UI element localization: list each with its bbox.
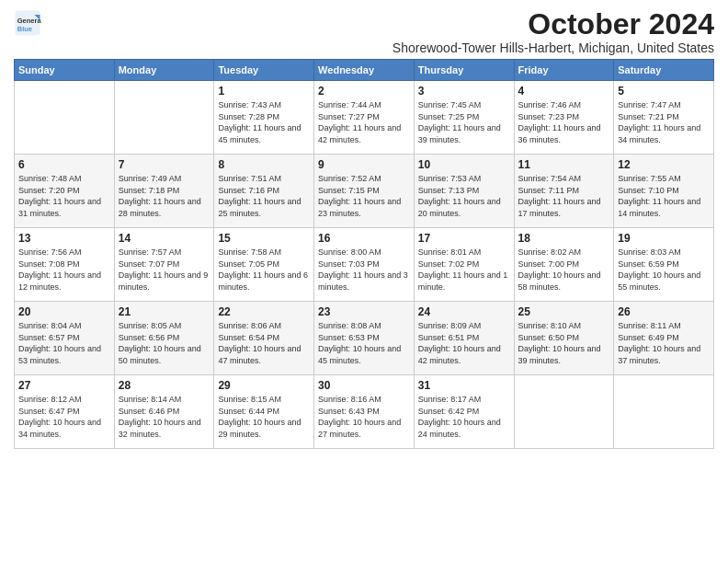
day-number: 16 — [318, 232, 410, 245]
day-info: Sunrise: 7:48 AM Sunset: 7:20 PM Dayligh… — [18, 173, 110, 219]
day-number: 13 — [18, 232, 110, 245]
day-info: Sunrise: 7:57 AM Sunset: 7:07 PM Dayligh… — [119, 247, 210, 293]
calendar-cell: 27Sunrise: 8:12 AM Sunset: 6:47 PM Dayli… — [15, 375, 115, 449]
day-info: Sunrise: 8:16 AM Sunset: 6:43 PM Dayligh… — [318, 394, 410, 440]
day-number: 25 — [518, 305, 610, 318]
day-info: Sunrise: 8:14 AM Sunset: 6:46 PM Dayligh… — [119, 394, 210, 440]
calendar-cell: 28Sunrise: 8:14 AM Sunset: 6:46 PM Dayli… — [114, 375, 214, 449]
day-info: Sunrise: 8:10 AM Sunset: 6:50 PM Dayligh… — [518, 320, 610, 366]
column-header-tuesday: Tuesday — [214, 60, 314, 81]
day-number: 30 — [318, 379, 410, 392]
day-info: Sunrise: 7:58 AM Sunset: 7:05 PM Dayligh… — [218, 247, 310, 293]
calendar-week-row: 6Sunrise: 7:48 AM Sunset: 7:20 PM Daylig… — [15, 155, 714, 228]
calendar-cell: 31Sunrise: 8:17 AM Sunset: 6:42 PM Dayli… — [414, 375, 514, 449]
day-info: Sunrise: 8:02 AM Sunset: 7:00 PM Dayligh… — [518, 247, 610, 293]
calendar-cell: 15Sunrise: 7:58 AM Sunset: 7:05 PM Dayli… — [214, 228, 314, 302]
column-header-wednesday: Wednesday — [314, 60, 415, 81]
day-number: 3 — [418, 85, 510, 98]
calendar-cell: 11Sunrise: 7:54 AM Sunset: 7:11 PM Dayli… — [514, 155, 614, 228]
day-number: 1 — [218, 85, 310, 98]
svg-text:Blue: Blue — [17, 25, 32, 33]
day-info: Sunrise: 8:05 AM Sunset: 6:56 PM Dayligh… — [119, 320, 210, 366]
day-number: 12 — [618, 158, 710, 171]
logo: General Blue — [14, 9, 41, 37]
day-info: Sunrise: 7:54 AM Sunset: 7:11 PM Dayligh… — [518, 173, 610, 219]
column-header-thursday: Thursday — [414, 60, 514, 81]
calendar-cell: 18Sunrise: 8:02 AM Sunset: 7:00 PM Dayli… — [514, 228, 614, 302]
calendar-cell — [114, 81, 214, 155]
day-number: 23 — [318, 305, 410, 318]
day-info: Sunrise: 7:52 AM Sunset: 7:15 PM Dayligh… — [318, 173, 410, 219]
calendar-week-row: 13Sunrise: 7:56 AM Sunset: 7:08 PM Dayli… — [15, 228, 714, 302]
day-number: 10 — [418, 158, 510, 171]
calendar-cell: 12Sunrise: 7:55 AM Sunset: 7:10 PM Dayli… — [614, 155, 714, 228]
day-number: 6 — [18, 158, 110, 171]
day-number: 15 — [218, 232, 310, 245]
calendar-cell: 30Sunrise: 8:16 AM Sunset: 6:43 PM Dayli… — [314, 375, 415, 449]
day-number: 11 — [518, 158, 610, 171]
calendar-cell: 2Sunrise: 7:44 AM Sunset: 7:27 PM Daylig… — [314, 81, 415, 155]
day-info: Sunrise: 7:53 AM Sunset: 7:13 PM Dayligh… — [418, 173, 510, 219]
calendar-cell: 8Sunrise: 7:51 AM Sunset: 7:16 PM Daylig… — [214, 155, 314, 228]
calendar-cell: 25Sunrise: 8:10 AM Sunset: 6:50 PM Dayli… — [514, 302, 614, 375]
day-number: 27 — [18, 379, 110, 392]
calendar-cell: 17Sunrise: 8:01 AM Sunset: 7:02 PM Dayli… — [414, 228, 514, 302]
day-info: Sunrise: 8:08 AM Sunset: 6:53 PM Dayligh… — [318, 320, 410, 366]
column-header-saturday: Saturday — [614, 60, 714, 81]
calendar-cell — [614, 375, 714, 449]
day-number: 19 — [618, 232, 710, 245]
calendar-table: SundayMondayTuesdayWednesdayThursdayFrid… — [14, 59, 714, 449]
day-info: Sunrise: 7:55 AM Sunset: 7:10 PM Dayligh… — [618, 173, 710, 219]
calendar-cell: 19Sunrise: 8:03 AM Sunset: 6:59 PM Dayli… — [614, 228, 714, 302]
calendar-cell: 16Sunrise: 8:00 AM Sunset: 7:03 PM Dayli… — [314, 228, 415, 302]
day-info: Sunrise: 7:56 AM Sunset: 7:08 PM Dayligh… — [18, 247, 110, 293]
day-info: Sunrise: 8:04 AM Sunset: 6:57 PM Dayligh… — [18, 320, 110, 366]
day-number: 26 — [618, 305, 710, 318]
title-block: October 2024 Shorewood-Tower Hills-Harbe… — [392, 9, 714, 55]
day-info: Sunrise: 8:01 AM Sunset: 7:02 PM Dayligh… — [418, 247, 510, 293]
day-info: Sunrise: 8:17 AM Sunset: 6:42 PM Dayligh… — [418, 394, 510, 440]
day-info: Sunrise: 8:15 AM Sunset: 6:44 PM Dayligh… — [218, 394, 310, 440]
day-number: 8 — [218, 158, 310, 171]
day-info: Sunrise: 7:43 AM Sunset: 7:28 PM Dayligh… — [218, 99, 310, 145]
day-info: Sunrise: 7:47 AM Sunset: 7:21 PM Dayligh… — [618, 99, 710, 145]
subtitle: Shorewood-Tower Hills-Harbert, Michigan,… — [392, 40, 714, 55]
header: General Blue October 2024 Shorewood-Towe… — [14, 9, 714, 55]
day-info: Sunrise: 7:49 AM Sunset: 7:18 PM Dayligh… — [119, 173, 210, 219]
day-info: Sunrise: 7:44 AM Sunset: 7:27 PM Dayligh… — [318, 99, 410, 145]
column-header-friday: Friday — [514, 60, 614, 81]
day-number: 20 — [18, 305, 110, 318]
calendar-cell: 26Sunrise: 8:11 AM Sunset: 6:49 PM Dayli… — [614, 302, 714, 375]
day-number: 14 — [119, 232, 210, 245]
day-number: 7 — [119, 158, 210, 171]
calendar-header-row: SundayMondayTuesdayWednesdayThursdayFrid… — [15, 60, 714, 81]
day-number: 29 — [218, 379, 310, 392]
calendar-cell — [514, 375, 614, 449]
calendar-cell: 7Sunrise: 7:49 AM Sunset: 7:18 PM Daylig… — [114, 155, 214, 228]
day-info: Sunrise: 7:45 AM Sunset: 7:25 PM Dayligh… — [418, 99, 510, 145]
calendar-cell: 10Sunrise: 7:53 AM Sunset: 7:13 PM Dayli… — [414, 155, 514, 228]
day-number: 5 — [618, 85, 710, 98]
main-title: October 2024 — [392, 9, 714, 39]
calendar-cell: 21Sunrise: 8:05 AM Sunset: 6:56 PM Dayli… — [114, 302, 214, 375]
day-number: 9 — [318, 158, 410, 171]
column-header-monday: Monday — [114, 60, 214, 81]
day-number: 22 — [218, 305, 310, 318]
day-number: 31 — [418, 379, 510, 392]
calendar-cell: 22Sunrise: 8:06 AM Sunset: 6:54 PM Dayli… — [214, 302, 314, 375]
day-info: Sunrise: 8:00 AM Sunset: 7:03 PM Dayligh… — [318, 247, 410, 293]
calendar-week-row: 1Sunrise: 7:43 AM Sunset: 7:28 PM Daylig… — [15, 81, 714, 155]
column-header-sunday: Sunday — [15, 60, 115, 81]
day-number: 2 — [318, 85, 410, 98]
calendar-week-row: 27Sunrise: 8:12 AM Sunset: 6:47 PM Dayli… — [15, 375, 714, 449]
calendar-cell: 14Sunrise: 7:57 AM Sunset: 7:07 PM Dayli… — [114, 228, 214, 302]
calendar-cell: 29Sunrise: 8:15 AM Sunset: 6:44 PM Dayli… — [214, 375, 314, 449]
day-number: 24 — [418, 305, 510, 318]
day-info: Sunrise: 7:46 AM Sunset: 7:23 PM Dayligh… — [518, 99, 610, 145]
day-number: 21 — [119, 305, 210, 318]
calendar-cell: 3Sunrise: 7:45 AM Sunset: 7:25 PM Daylig… — [414, 81, 514, 155]
day-number: 4 — [518, 85, 610, 98]
day-info: Sunrise: 8:06 AM Sunset: 6:54 PM Dayligh… — [218, 320, 310, 366]
calendar-cell: 24Sunrise: 8:09 AM Sunset: 6:51 PM Dayli… — [414, 302, 514, 375]
day-number: 18 — [518, 232, 610, 245]
